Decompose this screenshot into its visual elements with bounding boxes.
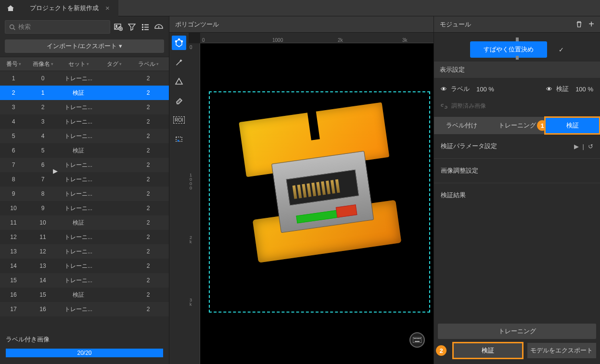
- top-bar: プロジェクトを新規作成 ×: [0, 0, 600, 16]
- tab-training[interactable]: トレーニング 1: [489, 117, 545, 134]
- cell-num: 3: [0, 104, 27, 111]
- table-row[interactable]: 43トレーニ...2: [0, 114, 169, 129]
- history-icon[interactable]: ↺: [588, 143, 593, 150]
- table-row[interactable]: 1615検証2: [0, 288, 169, 302]
- cell-num: 11: [0, 219, 27, 226]
- table-row[interactable]: 109トレーニ...2: [0, 201, 169, 215]
- verify-result-row: 検証結果: [434, 183, 600, 207]
- canvas-area[interactable]: 0 1000 2k 3k 0 1000 2k 3k: [189, 33, 434, 364]
- col-label[interactable]: ラベル▾: [130, 57, 166, 71]
- keyboard-icon[interactable]: [409, 332, 425, 348]
- col-tag[interactable]: タグ▾: [98, 57, 130, 71]
- view-icon[interactable]: [153, 22, 164, 32]
- table-row[interactable]: 1716トレーニ...2: [0, 302, 169, 316]
- cell-img: 9: [27, 205, 59, 212]
- check-icon[interactable]: ✓: [559, 46, 564, 53]
- tab-verify[interactable]: 検証: [545, 117, 600, 134]
- verify-visibility[interactable]: 👁 検証 100 %: [546, 85, 593, 93]
- roi-tool[interactable]: ROI: [172, 113, 186, 127]
- cell-lbl: 2: [130, 89, 166, 96]
- eraser-tool[interactable]: [172, 93, 186, 108]
- cell-lbl: 2: [130, 147, 166, 154]
- table-row[interactable]: 1413トレーニ...2: [0, 259, 169, 273]
- table-row[interactable]: 1211トレーニ...2: [0, 230, 169, 244]
- tab-title: プロジェクトを新規作成: [30, 4, 99, 13]
- image-canvas[interactable]: [200, 43, 434, 364]
- table-row[interactable]: 1312トレーニ...2: [0, 244, 169, 259]
- cell-set: トレーニ...: [59, 176, 98, 184]
- cell-lbl: 2: [130, 118, 166, 125]
- list-icon[interactable]: [140, 22, 151, 32]
- table-row[interactable]: 21検証2: [0, 86, 169, 100]
- cell-img: 2: [27, 104, 59, 111]
- col-number[interactable]: 番号▾: [0, 57, 27, 71]
- cell-lbl: 2: [130, 277, 166, 284]
- verify-button[interactable]: 検証: [453, 343, 523, 358]
- table-row[interactable]: 10トレーニ...2: [0, 71, 169, 86]
- mode-tabs: ラベル付け トレーニング 1 検証: [434, 117, 600, 134]
- cell-set: トレーニ...: [59, 190, 98, 198]
- cell-img: 8: [27, 190, 59, 197]
- table-row[interactable]: 76トレーニ...2: [0, 158, 169, 172]
- left-panel: 検索 インポート/エクスポート ▾ 番号▾ 画像名▾ セット▾ タグ▾ ラベル▾…: [0, 16, 169, 364]
- trash-icon[interactable]: [575, 21, 583, 28]
- add-icon[interactable]: +: [588, 21, 594, 28]
- cell-img: 11: [27, 234, 59, 240]
- label-visibility[interactable]: 👁 ラベル 100 %: [441, 85, 494, 93]
- tab-labeling[interactable]: ラベル付け: [434, 117, 489, 134]
- verify-params-row[interactable]: 検証パラメータ設定 ▶|↺: [434, 134, 600, 159]
- svg-rect-15: [176, 137, 182, 141]
- training-button[interactable]: トレーニング: [438, 324, 596, 339]
- polygon-tool[interactable]: [172, 36, 186, 50]
- wand-tool[interactable]: [172, 55, 186, 69]
- cell-img: 4: [27, 133, 59, 139]
- cell-num: 8: [0, 176, 27, 183]
- search-icon: [9, 24, 15, 30]
- cell-num: 4: [0, 118, 27, 125]
- table-row[interactable]: 87トレーニ...2: [0, 172, 169, 187]
- svg-point-3: [116, 25, 117, 27]
- cell-set: トレーニ...: [59, 248, 98, 256]
- filter-icon[interactable]: [127, 22, 137, 32]
- cell-img: 14: [27, 277, 59, 284]
- table-row[interactable]: 98トレーニ...2: [0, 187, 169, 201]
- cell-img: 15: [27, 291, 59, 298]
- cell-img: 0: [27, 75, 59, 82]
- table-body[interactable]: 10トレーニ...221検証232トレーニ...243トレーニ...254トレー…: [0, 71, 169, 330]
- svg-line-1: [13, 28, 15, 29]
- crop-tool[interactable]: [172, 132, 186, 146]
- cell-set: トレーニ...: [59, 233, 98, 241]
- quick-position-button[interactable]: すばやく位置決め: [470, 41, 547, 58]
- search-input[interactable]: 検索: [5, 20, 110, 34]
- table-row[interactable]: 1514トレーニ...2: [0, 273, 169, 288]
- table-row[interactable]: 54トレーニ...2: [0, 129, 169, 143]
- shape-tool[interactable]: [172, 74, 186, 88]
- table-row[interactable]: 1110検証2: [0, 215, 169, 230]
- col-set[interactable]: セット▾: [59, 57, 98, 71]
- cell-num: 16: [0, 291, 27, 298]
- image-adjust-row[interactable]: 画像調整設定 ▶: [434, 159, 600, 183]
- close-icon[interactable]: ×: [105, 4, 110, 12]
- cell-set: トレーニ...: [59, 305, 98, 314]
- slider-handle-bottom[interactable]: [516, 56, 519, 60]
- table-row[interactable]: 32トレーニ...2: [0, 100, 169, 114]
- export-model-button[interactable]: モデルをエクスポート: [527, 343, 597, 358]
- ruler-vertical: 0 1000 2k 3k: [189, 43, 200, 364]
- svg-point-0: [10, 25, 14, 28]
- progress-bar: 20/20: [6, 349, 163, 357]
- import-export-button[interactable]: インポート/エクスポート ▾: [5, 39, 164, 53]
- cell-lbl: 2: [130, 263, 166, 269]
- adjusted-image-toggle[interactable]: 調整済み画像: [434, 100, 600, 117]
- labeled-images-title: ラベル付き画像: [6, 335, 163, 344]
- slider-handle-top[interactable]: [516, 38, 519, 41]
- home-button[interactable]: [0, 0, 21, 16]
- eye-icon: 👁: [546, 86, 552, 93]
- project-tab[interactable]: プロジェクトを新規作成 ×: [21, 0, 118, 16]
- image-settings-icon[interactable]: [113, 22, 124, 32]
- cell-img: 3: [27, 118, 59, 125]
- table-row[interactable]: 65検証2: [0, 143, 169, 158]
- col-image[interactable]: 画像名▾: [27, 57, 59, 71]
- cell-lbl: 2: [130, 234, 166, 240]
- roi-box[interactable]: [209, 91, 430, 313]
- cell-set: トレーニ...: [59, 262, 98, 270]
